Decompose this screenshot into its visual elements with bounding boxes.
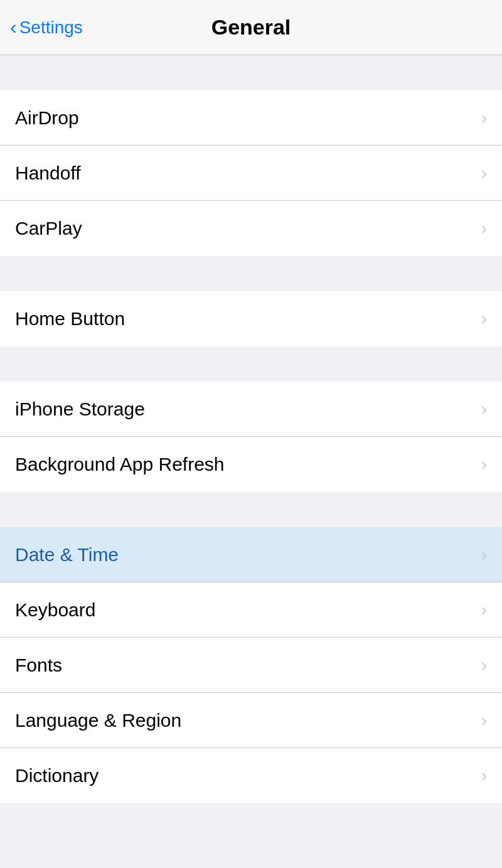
chevron-right-icon: › <box>481 399 487 419</box>
settings-row-airdrop[interactable]: AirDrop › <box>0 90 502 146</box>
chevron-right-icon: › <box>481 454 487 474</box>
chevron-right-icon: › <box>481 309 487 329</box>
home-button-label: Home Button <box>15 308 125 330</box>
back-label: Settings <box>19 18 83 38</box>
settings-row-iphone-storage[interactable]: iPhone Storage › <box>0 382 502 437</box>
carplay-label: CarPlay <box>15 218 82 239</box>
settings-row-carplay[interactable]: CarPlay › <box>0 201 502 256</box>
chevron-right-icon: › <box>481 218 487 238</box>
navigation-bar: ‹ Settings General <box>0 0 502 55</box>
section-gap-1 <box>0 55 502 90</box>
section-gap-4 <box>0 492 502 527</box>
settings-row-background-app-refresh[interactable]: Background App Refresh › <box>0 437 502 492</box>
settings-group-1: AirDrop › Handoff › CarPlay › <box>0 90 502 256</box>
settings-row-keyboard[interactable]: Keyboard › <box>0 582 502 638</box>
airdrop-label: AirDrop <box>15 107 79 129</box>
settings-group-3: iPhone Storage › Background App Refresh … <box>0 382 502 492</box>
background-app-refresh-label: Background App Refresh <box>15 454 225 475</box>
iphone-storage-label: iPhone Storage <box>15 399 145 420</box>
back-chevron-icon: ‹ <box>10 16 17 39</box>
handoff-label: Handoff <box>15 163 81 184</box>
keyboard-label: Keyboard <box>15 599 95 621</box>
date-time-label: Date & Time <box>15 544 119 565</box>
back-button[interactable]: ‹ Settings <box>10 16 83 39</box>
settings-row-date-time[interactable]: Date & Time › <box>0 527 502 582</box>
chevron-right-icon: › <box>481 600 487 620</box>
fonts-label: Fonts <box>15 655 62 676</box>
settings-row-handoff[interactable]: Handoff › <box>0 146 502 201</box>
chevron-right-icon: › <box>481 108 487 128</box>
page-title: General <box>211 15 291 40</box>
bottom-gap <box>0 803 502 854</box>
chevron-right-icon: › <box>481 710 487 731</box>
chevron-right-icon: › <box>481 163 487 183</box>
dictionary-label: Dictionary <box>15 765 99 786</box>
chevron-right-icon: › <box>481 655 487 675</box>
settings-group-4: Date & Time › Keyboard › Fonts › Languag… <box>0 527 502 803</box>
settings-row-dictionary[interactable]: Dictionary › <box>0 748 502 803</box>
chevron-right-icon: › <box>481 766 487 786</box>
language-region-label: Language & Region <box>15 710 181 731</box>
settings-row-home-button[interactable]: Home Button › <box>0 291 502 346</box>
settings-row-language-region[interactable]: Language & Region › <box>0 693 502 748</box>
section-gap-3 <box>0 346 502 382</box>
chevron-right-icon: › <box>481 545 487 565</box>
section-gap-2 <box>0 256 502 291</box>
settings-group-2: Home Button › <box>0 291 502 346</box>
settings-row-fonts[interactable]: Fonts › <box>0 638 502 693</box>
